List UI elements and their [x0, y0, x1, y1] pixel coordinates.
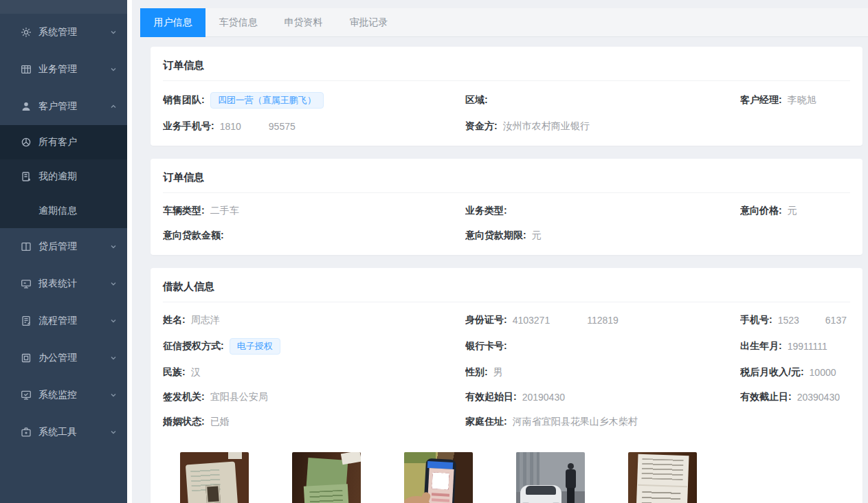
sidebar-top-strip [0, 0, 127, 14]
segments-icon [21, 137, 32, 148]
card-title: 借款人信息 [163, 278, 850, 302]
tab-user-info[interactable]: 用户信息 [140, 8, 205, 37]
notebook-icon [21, 171, 32, 182]
sidebar-item-system-tools[interactable]: 系统工具 [0, 414, 127, 451]
office-icon [21, 353, 32, 364]
sidebar-item-label: 办公管理 [38, 352, 109, 364]
sidebar-item-label: 系统工具 [38, 426, 109, 438]
sidebar-item-label: 系统管理 [38, 26, 109, 38]
sales-team-tag: 四团一营（直属王鹏飞） [210, 92, 324, 109]
field-ethnicity: 民族: 汉 [163, 366, 465, 379]
photo-item-id-card[interactable]: 本人照 [180, 452, 249, 503]
sidebar-scrollbar-track[interactable] [127, 0, 132, 503]
field-name: 姓名: 周志洋 [163, 314, 465, 326]
chevron-down-icon [109, 280, 118, 288]
field-marital-status: 婚姻状态: 已婚 [163, 416, 465, 428]
card-title: 订单信息 [163, 56, 850, 81]
tab-car-loan-info[interactable]: 车贷信息 [205, 8, 271, 37]
sidebar-item-postloan-management[interactable]: 贷后管理 [0, 228, 127, 265]
field-bank-card: 银行卡号: [465, 340, 740, 353]
flow-doc-icon [21, 315, 32, 326]
field-sales-team: 销售团队: 四团一营（直属王鹏飞） [163, 92, 465, 109]
sidebar-item-label: 我的逾期 [38, 170, 118, 183]
field-monthly-income: 税后月收入/元: 10000 [740, 366, 850, 379]
credit-auth-tag: 电子授权 [230, 338, 280, 355]
tab-bar: 用户信息 车贷信息 申贷资料 审批记录 [140, 8, 868, 37]
qr-authorization-photo[interactable] [404, 452, 473, 503]
field-business-type: 业务类型: [465, 205, 740, 217]
field-valid-to: 有效截止日: 20390430 [740, 391, 850, 403]
tab-loan-application-docs[interactable]: 申贷资料 [271, 8, 336, 37]
borrower-info-card: 借款人信息 姓名: 周志洋 身份证号: 4103271112819 手机号: 1… [151, 268, 863, 503]
main-content: 用户信息 车贷信息 申贷资料 审批记录 订单信息 销售团队: 四团一营（直属王鹏… [132, 0, 868, 503]
sidebar-item-label: 业务管理 [38, 63, 109, 76]
redaction-box [800, 317, 825, 326]
sidebar-item-label: 逾期信息 [38, 205, 118, 217]
sidebar-item-business-management[interactable]: 业务管理 [0, 51, 127, 88]
field-issue-authority: 签发机关: 宜阳县公安局 [163, 391, 465, 403]
field-gender: 性别: 男 [465, 366, 740, 379]
monitor-check-icon [21, 390, 32, 401]
photo-item-green-booklet[interactable]: 登记证书照片 [292, 452, 361, 503]
field-id-number: 身份证号: 4103271112819 [465, 314, 740, 326]
sidebar-item-label: 所有客户 [38, 136, 118, 148]
sidebar-item-overdue-info[interactable]: 逾期信息 [0, 194, 127, 228]
chevron-down-icon [109, 243, 118, 251]
sidebar-item-process-management[interactable]: 流程管理 [0, 302, 127, 339]
photo-item-handwritten-doc[interactable]: 村委证明 [628, 452, 697, 503]
photo-item-qr-auth[interactable]: 授权截图 [404, 452, 473, 503]
order-info-card: 订单信息 销售团队: 四团一营（直属王鹏飞） 区域: 客户经理: 李晓旭 业务手… [151, 47, 863, 146]
person-with-car-photo[interactable] [516, 452, 585, 503]
photo-item-person-car[interactable]: 人车照 [516, 452, 585, 503]
field-intent-loan-term: 意向贷款期限: 元 [465, 230, 740, 242]
sidebar-item-label: 贷后管理 [38, 241, 109, 253]
field-vehicle-type: 车辆类型: 二手车 [163, 205, 465, 217]
tab-approval-records[interactable]: 审批记录 [336, 8, 401, 37]
field-intent-loan-amount: 意向贷款金额: [163, 230, 465, 242]
sidebar-item-all-customers[interactable]: 所有客户 [0, 125, 127, 159]
chevron-down-icon [109, 28, 118, 36]
field-business-phone: 业务手机号: 181095575 [163, 120, 465, 133]
user-icon [21, 101, 32, 112]
chevron-down-icon [109, 428, 118, 436]
loan-intent-card: 订单信息 车辆类型: 二手车 业务类型: 意向价格: 元 意向贷款金额: [151, 159, 863, 255]
sidebar-item-customer-management[interactable]: 客户管理 [0, 88, 127, 125]
chevron-down-icon [109, 391, 118, 399]
chevron-down-icon [109, 65, 118, 74]
grid-icon [21, 64, 32, 75]
card-title: 订单信息 [163, 168, 850, 193]
chevron-down-icon [109, 317, 118, 325]
redaction-box [242, 123, 268, 132]
field-customer-manager: 客户经理: 李晓旭 [740, 94, 850, 107]
chevron-down-icon [109, 354, 118, 362]
field-funder: 资金方: 汝州市农村商业银行 [465, 120, 740, 133]
book-icon [21, 241, 32, 252]
field-home-address: 家庭住址: 河南省宜阳县花果山乡木柴村 [465, 416, 740, 428]
sidebar-item-label: 客户管理 [38, 100, 109, 113]
monitor-icon [21, 278, 32, 289]
registration-booklet-photo[interactable] [292, 452, 361, 503]
sidebar-submenu-customer: 所有客户 我的逾期 逾期信息 [0, 125, 127, 228]
field-valid-from: 有效起始日: 20190430 [465, 391, 740, 403]
sidebar-item-label: 系统监控 [38, 389, 109, 401]
sidebar-item-label: 流程管理 [38, 315, 109, 327]
sidebar-item-label: 报表统计 [38, 278, 109, 290]
sidebar-item-system-management[interactable]: 系统管理 [0, 14, 127, 51]
field-intent-price: 意向价格: 元 [740, 205, 850, 217]
borrower-photos: 本人照 登记证书照片 授权截图 [180, 452, 850, 503]
field-mobile: 手机号: 15236137 [740, 314, 850, 326]
redaction-box [550, 317, 586, 326]
handwritten-document-photo[interactable] [628, 452, 697, 503]
field-birth-date: 出生年月: 19911111 [740, 340, 850, 353]
sidebar-item-system-monitor[interactable]: 系统监控 [0, 377, 127, 414]
sidebar-item-office-management[interactable]: 办公管理 [0, 339, 127, 377]
sidebar: 系统管理 业务管理 客户管理 所有客户 我的逾期 逾 [0, 0, 127, 503]
chevron-up-icon [109, 102, 118, 111]
gear-icon [21, 27, 32, 38]
field-region: 区域: [465, 94, 740, 107]
id-card-photo[interactable] [180, 452, 249, 503]
field-credit-auth-method: 征信授权方式: 电子授权 [163, 338, 465, 355]
sidebar-item-my-overdue[interactable]: 我的逾期 [0, 159, 127, 194]
toolbox-icon [21, 427, 32, 438]
sidebar-item-report-statistics[interactable]: 报表统计 [0, 265, 127, 302]
